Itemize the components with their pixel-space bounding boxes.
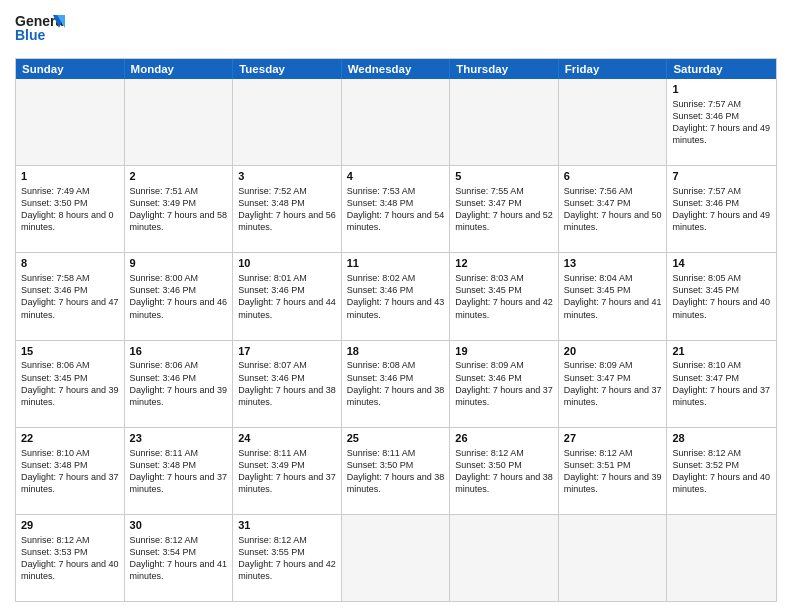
sunrise-text: Sunrise: 8:06 AM (21, 359, 119, 371)
daylight-text: Daylight: 7 hours and 54 minutes. (347, 209, 445, 233)
daylight-text: Daylight: 7 hours and 37 minutes. (455, 384, 553, 408)
day-number: 18 (347, 344, 445, 359)
sunrise-text: Sunrise: 8:09 AM (455, 359, 553, 371)
sunrise-text: Sunrise: 8:04 AM (564, 272, 662, 284)
sunset-text: Sunset: 3:51 PM (564, 459, 662, 471)
calendar-cell (559, 79, 668, 165)
calendar-week: 29Sunrise: 8:12 AMSunset: 3:53 PMDayligh… (16, 515, 776, 601)
calendar-cell: 3Sunrise: 7:52 AMSunset: 3:48 PMDaylight… (233, 166, 342, 252)
sunset-text: Sunset: 3:53 PM (21, 546, 119, 558)
sunrise-text: Sunrise: 8:10 AM (21, 447, 119, 459)
daylight-text: Daylight: 7 hours and 41 minutes. (130, 558, 228, 582)
calendar-cell: 14Sunrise: 8:05 AMSunset: 3:45 PMDayligh… (667, 253, 776, 339)
day-number: 31 (238, 518, 336, 533)
sunrise-text: Sunrise: 8:07 AM (238, 359, 336, 371)
calendar-header: SundayMondayTuesdayWednesdayThursdayFrid… (16, 59, 776, 79)
sunset-text: Sunset: 3:46 PM (347, 284, 445, 296)
daylight-text: Daylight: 7 hours and 42 minutes. (238, 558, 336, 582)
day-number: 16 (130, 344, 228, 359)
calendar-cell: 4Sunrise: 7:53 AMSunset: 3:48 PMDaylight… (342, 166, 451, 252)
calendar-day-header: Tuesday (233, 59, 342, 79)
calendar-cell: 18Sunrise: 8:08 AMSunset: 3:46 PMDayligh… (342, 341, 451, 427)
calendar-cell: 19Sunrise: 8:09 AMSunset: 3:46 PMDayligh… (450, 341, 559, 427)
sunset-text: Sunset: 3:46 PM (455, 372, 553, 384)
sunrise-text: Sunrise: 7:51 AM (130, 185, 228, 197)
day-number: 30 (130, 518, 228, 533)
daylight-text: Daylight: 7 hours and 42 minutes. (455, 296, 553, 320)
sunset-text: Sunset: 3:46 PM (347, 372, 445, 384)
sunrise-text: Sunrise: 7:55 AM (455, 185, 553, 197)
day-number: 23 (130, 431, 228, 446)
daylight-text: Daylight: 7 hours and 38 minutes. (455, 471, 553, 495)
calendar-cell: 16Sunrise: 8:06 AMSunset: 3:46 PMDayligh… (125, 341, 234, 427)
calendar-cell: 10Sunrise: 8:01 AMSunset: 3:46 PMDayligh… (233, 253, 342, 339)
sunrise-text: Sunrise: 8:12 AM (564, 447, 662, 459)
sunrise-text: Sunrise: 8:12 AM (130, 534, 228, 546)
sunset-text: Sunset: 3:45 PM (564, 284, 662, 296)
calendar-cell: 20Sunrise: 8:09 AMSunset: 3:47 PMDayligh… (559, 341, 668, 427)
sunrise-text: Sunrise: 8:06 AM (130, 359, 228, 371)
day-number: 11 (347, 256, 445, 271)
sunrise-text: Sunrise: 8:11 AM (347, 447, 445, 459)
calendar-cell: 2Sunrise: 7:51 AMSunset: 3:49 PMDaylight… (125, 166, 234, 252)
daylight-text: Daylight: 7 hours and 40 minutes. (672, 471, 771, 495)
sunset-text: Sunset: 3:47 PM (672, 372, 771, 384)
daylight-text: Daylight: 7 hours and 49 minutes. (672, 209, 771, 233)
calendar-cell (16, 79, 125, 165)
sunset-text: Sunset: 3:55 PM (238, 546, 336, 558)
daylight-text: Daylight: 7 hours and 37 minutes. (21, 471, 119, 495)
sunset-text: Sunset: 3:49 PM (238, 459, 336, 471)
day-number: 15 (21, 344, 119, 359)
calendar-day-header: Wednesday (342, 59, 451, 79)
sunset-text: Sunset: 3:46 PM (21, 284, 119, 296)
calendar-cell (342, 79, 451, 165)
day-number: 1 (672, 82, 771, 97)
calendar-day-header: Saturday (667, 59, 776, 79)
calendar-week: 1Sunrise: 7:57 AMSunset: 3:46 PMDaylight… (16, 79, 776, 166)
daylight-text: Daylight: 7 hours and 37 minutes. (672, 384, 771, 408)
sunset-text: Sunset: 3:45 PM (21, 372, 119, 384)
calendar-cell (667, 515, 776, 601)
sunset-text: Sunset: 3:46 PM (130, 284, 228, 296)
daylight-text: Daylight: 7 hours and 58 minutes. (130, 209, 228, 233)
calendar-cell (450, 515, 559, 601)
calendar-cell: 7Sunrise: 7:57 AMSunset: 3:46 PMDaylight… (667, 166, 776, 252)
sunset-text: Sunset: 3:46 PM (238, 372, 336, 384)
sunrise-text: Sunrise: 7:56 AM (564, 185, 662, 197)
calendar-cell: 12Sunrise: 8:03 AMSunset: 3:45 PMDayligh… (450, 253, 559, 339)
daylight-text: Daylight: 7 hours and 37 minutes. (238, 471, 336, 495)
sunrise-text: Sunrise: 7:52 AM (238, 185, 336, 197)
day-number: 25 (347, 431, 445, 446)
calendar-week: 15Sunrise: 8:06 AMSunset: 3:45 PMDayligh… (16, 341, 776, 428)
daylight-text: Daylight: 7 hours and 46 minutes. (130, 296, 228, 320)
daylight-text: Daylight: 7 hours and 44 minutes. (238, 296, 336, 320)
day-number: 26 (455, 431, 553, 446)
calendar-cell (450, 79, 559, 165)
calendar-cell: 17Sunrise: 8:07 AMSunset: 3:46 PMDayligh… (233, 341, 342, 427)
day-number: 27 (564, 431, 662, 446)
day-number: 29 (21, 518, 119, 533)
daylight-text: Daylight: 7 hours and 43 minutes. (347, 296, 445, 320)
sunrise-text: Sunrise: 8:12 AM (238, 534, 336, 546)
sunrise-text: Sunrise: 8:12 AM (21, 534, 119, 546)
calendar-cell: 31Sunrise: 8:12 AMSunset: 3:55 PMDayligh… (233, 515, 342, 601)
header: General Blue (15, 10, 777, 52)
day-number: 3 (238, 169, 336, 184)
sunrise-text: Sunrise: 8:12 AM (455, 447, 553, 459)
daylight-text: Daylight: 7 hours and 56 minutes. (238, 209, 336, 233)
logo: General Blue (15, 10, 69, 52)
sunset-text: Sunset: 3:46 PM (130, 372, 228, 384)
calendar-week: 1Sunrise: 7:49 AMSunset: 3:50 PMDaylight… (16, 166, 776, 253)
sunrise-text: Sunrise: 7:57 AM (672, 98, 771, 110)
sunrise-text: Sunrise: 8:01 AM (238, 272, 336, 284)
calendar-cell: 9Sunrise: 8:00 AMSunset: 3:46 PMDaylight… (125, 253, 234, 339)
day-number: 21 (672, 344, 771, 359)
calendar-cell: 29Sunrise: 8:12 AMSunset: 3:53 PMDayligh… (16, 515, 125, 601)
calendar-cell: 21Sunrise: 8:10 AMSunset: 3:47 PMDayligh… (667, 341, 776, 427)
sunset-text: Sunset: 3:46 PM (672, 110, 771, 122)
calendar-cell (342, 515, 451, 601)
calendar-cell: 24Sunrise: 8:11 AMSunset: 3:49 PMDayligh… (233, 428, 342, 514)
sunrise-text: Sunrise: 8:03 AM (455, 272, 553, 284)
day-number: 6 (564, 169, 662, 184)
sunset-text: Sunset: 3:50 PM (455, 459, 553, 471)
